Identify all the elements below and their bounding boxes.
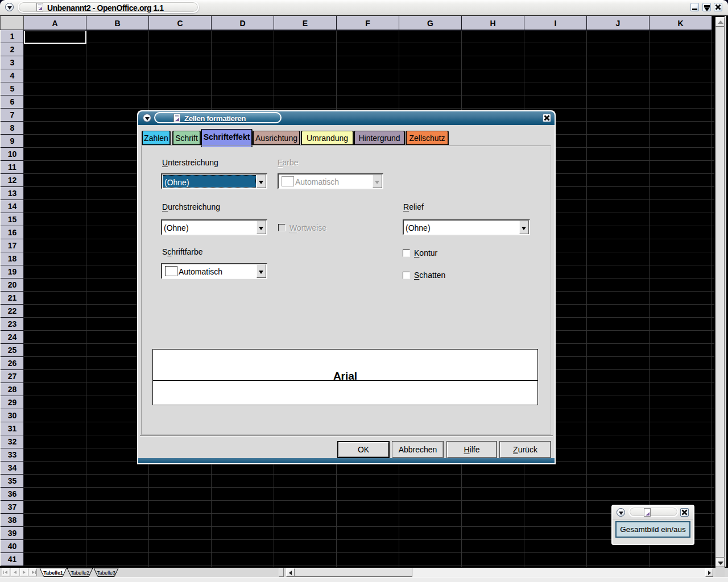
svg-text:Tabelle1: Tabelle1 [43, 570, 63, 576]
svg-text:Tabelle2: Tabelle2 [71, 570, 89, 576]
svg-text:Tabelle3: Tabelle3 [97, 570, 115, 576]
